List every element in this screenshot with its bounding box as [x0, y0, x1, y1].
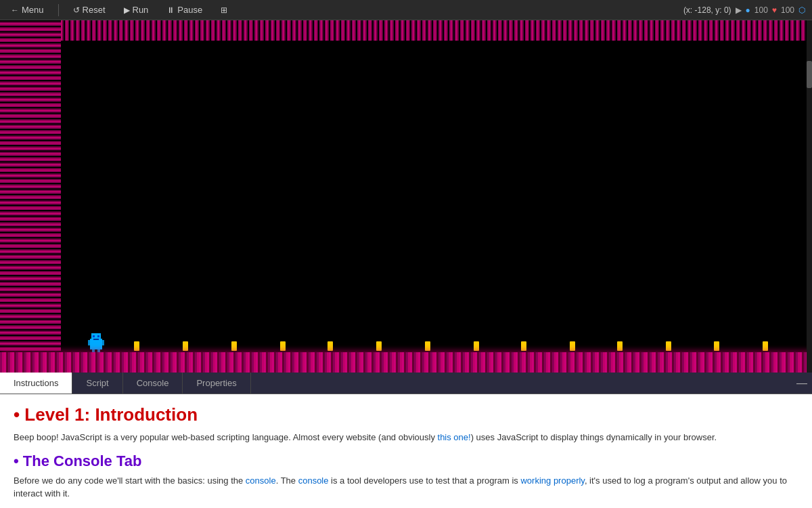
- tab-script[interactable]: Script: [72, 373, 122, 394]
- coin-0: [134, 341, 139, 351]
- svg-rect-3: [97, 335, 99, 337]
- separator-1: [58, 4, 59, 16]
- svg-rect-4: [93, 339, 99, 340]
- section-1: Level 1: Introduction Beep boop! JavaScr…: [14, 404, 798, 444]
- coin-10: [617, 341, 623, 351]
- coin-4: [328, 341, 333, 351]
- section-2: The Console Tab Before we do any code we…: [14, 452, 798, 501]
- coord-display: (x: -128, y: 0): [683, 5, 731, 15]
- pause-icon: ⏸: [166, 5, 175, 15]
- reset-button[interactable]: ↺ Reset: [69, 3, 110, 16]
- coin-5: [376, 341, 382, 351]
- coin-9: [570, 341, 575, 351]
- player-character: [88, 332, 104, 352]
- game-area: [0, 20, 812, 373]
- reset-icon: ↺: [73, 5, 80, 15]
- toolbar-right: (x: -128, y: 0) ▶ ● 100 ♥ 100 ⬡: [683, 5, 805, 15]
- run-label: Run: [133, 5, 149, 15]
- reset-label: Reset: [83, 5, 106, 15]
- section-2-title: The Console Tab: [14, 452, 798, 470]
- coin-2: [231, 341, 237, 351]
- svg-rect-0: [90, 339, 102, 350]
- console-link[interactable]: console: [246, 475, 276, 486]
- right-scrollbar[interactable]: [807, 20, 812, 373]
- cursor-icon: ▶: [736, 5, 742, 15]
- coin-11: [666, 341, 671, 351]
- pause-button[interactable]: ⏸ Pause: [162, 3, 206, 16]
- working-properly-link: working properly: [520, 475, 584, 486]
- tabs-bar: Instructions Script Console Properties —: [0, 373, 812, 394]
- bottom-panel: Instructions Script Console Properties —…: [0, 373, 812, 508]
- coin-1: [183, 341, 188, 351]
- coin-7: [474, 341, 479, 351]
- coin-12: [714, 341, 719, 351]
- play-icon: ▶: [124, 5, 130, 15]
- tab-instructions[interactable]: Instructions: [0, 373, 72, 394]
- content-area: Level 1: Introduction Beep boop! JavaScr…: [0, 394, 812, 508]
- coin-13: [763, 341, 768, 351]
- coin-3: [280, 341, 286, 351]
- pause-label: Pause: [177, 5, 202, 15]
- settings-button[interactable]: ⊞: [217, 4, 231, 16]
- left-wall: [0, 20, 61, 373]
- coin-6: [425, 341, 430, 351]
- section-1-body: Beep boop! JavaScript is a very popular …: [14, 431, 798, 444]
- back-arrow-icon: ←: [11, 5, 19, 15]
- menu-button[interactable]: ← Menu: [7, 3, 48, 16]
- top-wall: [0, 20, 812, 41]
- section-2-body: Before we do any code we'll start with t…: [14, 474, 798, 501]
- svg-rect-2: [93, 335, 95, 337]
- run-button[interactable]: ▶ Run: [120, 3, 153, 16]
- grid-icon: ⊞: [221, 5, 227, 15]
- tab-console[interactable]: Console: [123, 373, 183, 394]
- toolbar: ← Menu ↺ Reset ▶ Run ⏸ Pause ⊞ (x: -128,…: [0, 0, 812, 20]
- svg-rect-7: [88, 340, 90, 345]
- svg-rect-8: [102, 340, 104, 345]
- minimize-button[interactable]: —: [792, 373, 812, 394]
- floor: [0, 352, 812, 373]
- energy-icon: ⬡: [798, 5, 805, 15]
- health-value: 100: [754, 5, 768, 15]
- coin-8: [521, 341, 526, 351]
- scroll-thumb[interactable]: [807, 61, 812, 88]
- console-link-2[interactable]: console: [298, 475, 329, 486]
- tab-properties[interactable]: Properties: [183, 373, 250, 394]
- menu-label: Menu: [22, 5, 44, 15]
- this-one-link[interactable]: this one!: [438, 432, 471, 442]
- section-1-title: Level 1: Introduction: [14, 404, 798, 425]
- energy-value: 100: [781, 5, 794, 15]
- health-dot: ●: [746, 5, 750, 15]
- heart-icon: ♥: [772, 5, 777, 15]
